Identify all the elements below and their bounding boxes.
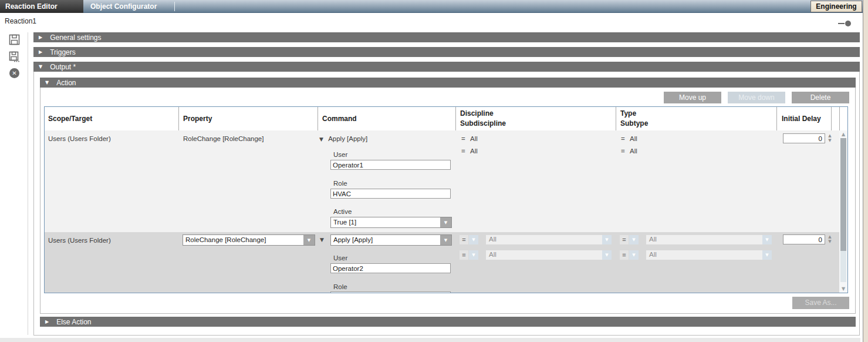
chevron-down-icon[interactable]: ▼ [469, 235, 478, 244]
section-triggers[interactable]: ▶ Triggers [33, 47, 860, 57]
section-label: Action [56, 79, 76, 87]
discipline-dropdown[interactable]: All ▼ [486, 235, 612, 244]
role-label: Role [333, 283, 347, 290]
subdiscipline-value: All [486, 250, 602, 260]
scrollbar-track[interactable] [840, 251, 846, 282]
initial-delay-input[interactable] [783, 234, 825, 244]
type-op: = [621, 135, 625, 142]
discipline-op-dropdown[interactable]: = ▼ [460, 235, 478, 244]
tab-divider [174, 2, 175, 11]
command-expander-icon[interactable]: ▼ [320, 237, 324, 243]
col-header-type: TypeSubtype [616, 107, 776, 130]
tab-reaction-editor[interactable]: Reaction Editor [0, 0, 83, 13]
initial-delay-input[interactable] [783, 133, 825, 143]
property-value: RoleChange [RoleChange] [178, 130, 318, 142]
command-expander-icon[interactable]: ▼ [319, 136, 323, 142]
active-label: Active [333, 208, 352, 215]
chevron-down-icon: ▼ [45, 80, 49, 85]
chevron-down-icon[interactable]: ▼ [762, 250, 772, 260]
chevron-down-icon[interactable]: ▼ [762, 235, 772, 244]
scrollbar-thumb[interactable] [840, 138, 846, 251]
active-dropdown[interactable]: True [1] ▼ [330, 217, 452, 228]
reaction-editor-window: Reaction Editor Object Configurator Engi… [0, 0, 868, 342]
chevron-down-icon[interactable]: ▼ [629, 235, 639, 244]
col-header-spacer [839, 107, 847, 130]
property-dropdown[interactable]: RoleChange [RoleChange] ▼ [183, 234, 315, 246]
output-panel: ▼ Action Move up Move down Delete Scope/… [33, 72, 860, 336]
section-general-settings[interactable]: ▶ General settings [33, 32, 860, 42]
chevron-down-icon[interactable]: ▼ [602, 235, 612, 244]
subtype-op-dropdown[interactable]: = ▼ [620, 250, 639, 260]
subtype-dropdown[interactable]: All ▼ [646, 250, 772, 260]
active-dropdown-value: True [1] [331, 217, 440, 227]
discipline-value: All [486, 235, 602, 244]
col-header-property: Property [178, 107, 318, 130]
chevron-down-icon: ▼ [39, 64, 42, 69]
tab-object-configurator[interactable]: Object Configurator [88, 0, 174, 13]
type-value: All [630, 135, 637, 142]
role-input[interactable] [330, 291, 451, 293]
chevron-down-icon[interactable]: ▼ [602, 250, 612, 260]
table-row[interactable]: Users (Users Folder) RoleChange [RoleCha… [45, 130, 839, 232]
toolbar-divider [28, 32, 28, 335]
scope-target-value: Users (Users Folder) [45, 232, 178, 244]
subdiscipline-op-dropdown[interactable]: = ▼ [460, 250, 478, 260]
section-output[interactable]: ▼ Output * [33, 62, 860, 72]
horizontal-scrollbar[interactable] [0, 338, 860, 342]
user-label: User [333, 151, 347, 158]
section-label: Else Action [56, 318, 91, 326]
move-up-button[interactable]: Move up [664, 92, 721, 103]
action-panel: ▼ Action Move up Move down Delete Scope/… [40, 78, 856, 314]
op-value: = [620, 235, 629, 244]
chevron-down-icon[interactable]: ▼ [303, 235, 315, 245]
op-value: = [620, 250, 629, 260]
move-down-button[interactable]: Move down [728, 92, 785, 103]
command-value: Apply [Apply] [328, 135, 367, 142]
discipline-op: = [461, 135, 465, 142]
action-table: Scope/Target Property Command Discipline… [44, 106, 848, 293]
command-dropdown[interactable]: Apply [Apply] ▼ [330, 234, 452, 246]
chevron-down-icon[interactable]: ▼ [440, 235, 451, 245]
user-label: User [333, 254, 347, 261]
engineering-mode-button[interactable]: Engineering [810, 1, 862, 12]
save-as-icon[interactable] [9, 51, 20, 62]
section-else-action[interactable]: ▶ Else Action [40, 317, 856, 327]
table-header: Scope/Target Property Command Discipline… [45, 107, 847, 130]
close-icon[interactable]: ✕ [9, 68, 19, 78]
window-edge [863, 0, 868, 342]
user-input[interactable] [330, 263, 451, 273]
section-label: General settings [50, 33, 101, 42]
save-icon[interactable] [9, 34, 20, 45]
scroll-down-icon[interactable]: ▼ [839, 286, 847, 291]
role-label: Role [333, 180, 347, 187]
op-value: = [460, 235, 468, 244]
col-header-discipline: DisciplineSubdiscipline [455, 107, 616, 130]
chevron-down-icon[interactable]: ▼ [469, 250, 478, 260]
user-input[interactable] [330, 160, 451, 170]
reaction-name-bar: Reaction1 [0, 13, 860, 29]
subdiscipline-dropdown[interactable]: All ▼ [486, 250, 612, 260]
chevron-down-icon[interactable]: ▼ [629, 250, 639, 260]
table-scrollbar[interactable]: ▲ ▼ [839, 130, 847, 293]
subtype-value: All [630, 147, 637, 155]
pin-icon[interactable] [838, 21, 851, 26]
subdiscipline-value: All [470, 147, 478, 155]
chevron-right-icon: ▶ [39, 49, 42, 55]
section-label: Triggers [50, 48, 76, 56]
tab-bar: Reaction Editor Object Configurator Engi… [0, 0, 868, 13]
save-as-button[interactable]: Save As... [792, 297, 849, 309]
table-row-selected[interactable]: Users (Users Folder) RoleChange [RoleCha… [45, 232, 839, 293]
chevron-right-icon: ▶ [39, 35, 42, 40]
chevron-down-icon[interactable]: ▼ [440, 217, 451, 227]
type-dropdown[interactable]: All ▼ [646, 235, 772, 244]
scroll-up-icon[interactable]: ▲ [839, 132, 847, 137]
col-header-spacer [831, 107, 839, 130]
subtype-value: All [646, 250, 762, 260]
subtype-op: = [621, 147, 625, 155]
delete-button[interactable]: Delete [792, 92, 849, 103]
section-label: Output * [50, 63, 76, 71]
role-input[interactable] [330, 189, 451, 199]
col-header-scope-target: Scope/Target [45, 107, 178, 130]
type-op-dropdown[interactable]: = ▼ [620, 235, 639, 244]
section-action[interactable]: ▼ Action [40, 78, 856, 88]
